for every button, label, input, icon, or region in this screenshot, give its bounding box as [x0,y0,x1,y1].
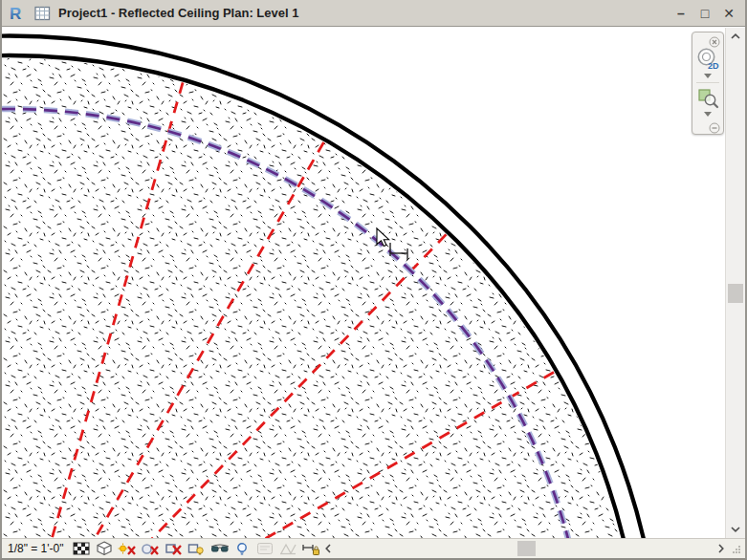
view-window-icon [33,5,52,22]
temporary-hide-isolate-icon[interactable] [209,540,229,557]
close-button[interactable]: ✕ [720,4,737,23]
scale-button[interactable]: 1/8" = 1'-0" [8,542,64,555]
view-control-icons [72,540,320,557]
window-resize-grip[interactable] [729,539,745,558]
crop-view-off-icon[interactable] [164,540,183,557]
navbar-divider [696,82,719,83]
horizontal-scroll-track[interactable] [336,539,714,558]
shadows-off-icon[interactable] [141,540,160,557]
zoom-region-icon[interactable] [696,87,719,109]
revit-view-window: R Project1 - Reflected Ceiling Plan: Lev… [0,0,747,560]
visual-style-icon[interactable] [95,540,114,557]
scroll-down-icon[interactable] [726,522,745,537]
steering-wheel-2d-icon[interactable]: 2D [695,47,720,71]
scroll-up-icon[interactable] [726,29,745,44]
revit-app-icon: R [8,4,27,23]
detail-level-icon[interactable] [72,540,91,557]
horizontal-scroll-thumb[interactable] [517,541,536,556]
vertical-scrollbar[interactable] [725,28,745,538]
vertical-scroll-thumb[interactable] [728,284,743,303]
ceiling-surface-stipple[interactable] [2,58,638,538]
navigation-bar: 2D [692,32,724,135]
close-navbar-icon[interactable] [709,34,720,46]
window-title: Project1 - Reflected Ceiling Plan: Level… [58,6,298,20]
wheel-menu-arrow-icon[interactable] [704,73,712,78]
drawing-canvas[interactable]: 2D [2,28,725,538]
maximize-button[interactable]: □ [696,4,714,23]
title-bar[interactable]: R Project1 - Reflected Ceiling Plan: Lev… [2,0,745,27]
navbar-options-icon[interactable] [709,120,720,132]
svg-text:R: R [10,5,21,23]
scroll-right-icon[interactable] [714,539,729,558]
reveal-hidden-elements-icon[interactable] [232,540,252,557]
reveal-constraints-icon[interactable] [301,540,320,557]
view-control-bar: 1/8" = 1'-0" [2,538,745,558]
temporary-view-properties-icon[interactable] [255,540,275,557]
sun-path-off-icon[interactable] [118,540,137,557]
horizontal-scrollbar[interactable] [320,539,745,558]
analytical-model-icon[interactable] [278,540,297,557]
ceiling-plan-drawing [2,28,725,538]
show-crop-region-icon[interactable] [187,540,206,557]
scroll-left-icon[interactable] [320,539,336,558]
zoom-menu-arrow-icon[interactable] [704,111,712,117]
minimize-button[interactable]: – [672,4,690,23]
svg-text:2D: 2D [708,61,719,71]
